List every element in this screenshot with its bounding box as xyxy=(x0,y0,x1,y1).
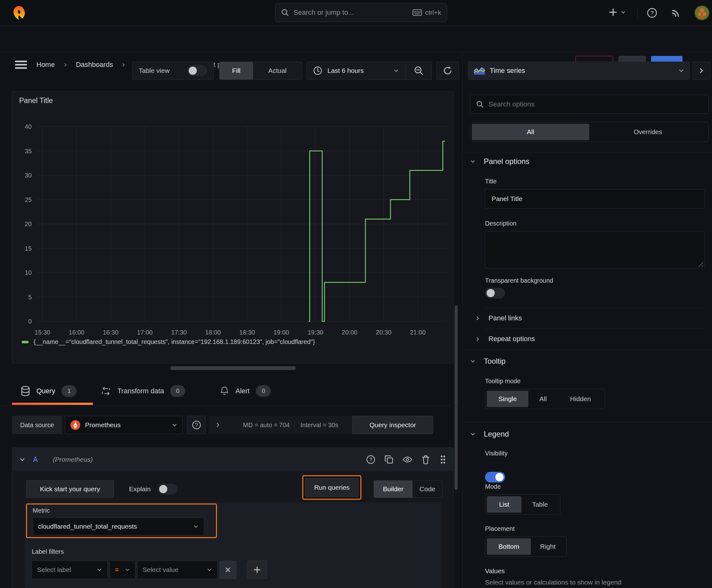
query-help-button[interactable]: ? xyxy=(362,455,380,464)
query-ref-id[interactable]: A xyxy=(33,456,38,464)
user-avatar[interactable] xyxy=(694,5,710,20)
breadcrumb-dashboards[interactable]: Dashboards xyxy=(76,61,113,69)
tab-all-options[interactable]: All xyxy=(472,124,589,140)
search-icon xyxy=(281,8,289,17)
options-search[interactable] xyxy=(470,95,709,114)
legend-placement-bottom[interactable]: Bottom xyxy=(487,538,531,555)
add-filter-button[interactable] xyxy=(247,561,267,579)
select-label-dropdown[interactable]: Select label xyxy=(32,561,108,579)
tab-query[interactable]: Query 1 xyxy=(21,385,77,397)
global-search[interactable]: ctrl+k xyxy=(275,3,447,22)
grafana-logo-icon[interactable] xyxy=(11,5,27,21)
resize-handle-icon[interactable] xyxy=(698,261,703,267)
svg-text:15: 15 xyxy=(25,245,32,252)
fill-option[interactable]: Fill xyxy=(219,62,253,80)
tab-alert[interactable]: Alert 0 xyxy=(220,385,271,397)
datasource-help-button[interactable]: ? xyxy=(187,416,206,434)
search-icon xyxy=(476,100,484,108)
help-button[interactable]: ? xyxy=(647,7,657,18)
legend-series-label: {__name__="cloudflared_tunnel_total_requ… xyxy=(34,338,315,345)
chevron-right-icon xyxy=(475,336,480,342)
plus-icon xyxy=(608,7,618,17)
chevron-down-icon[interactable] xyxy=(19,456,25,463)
table-view-control: Table view xyxy=(132,62,214,80)
metric-highlight: Metric cloudflared_tunnel_total_requests xyxy=(26,504,217,538)
search-input[interactable] xyxy=(294,8,408,17)
panel-links-label: Panel links xyxy=(489,314,522,322)
legend-visibility-toggle[interactable] xyxy=(485,472,505,482)
chart-legend-item[interactable]: {__name__="cloudflared_tunnel_total_requ… xyxy=(22,338,315,345)
svg-text:35: 35 xyxy=(25,148,32,154)
menu-toggle-button[interactable] xyxy=(15,58,28,71)
table-view-toggle[interactable] xyxy=(187,65,207,76)
tooltip-mode-single[interactable]: Single xyxy=(487,391,528,407)
bell-icon xyxy=(220,386,229,396)
viz-suggestions-button[interactable] xyxy=(693,62,710,80)
builder-option[interactable]: Builder xyxy=(374,481,412,498)
keyboard-icon xyxy=(412,9,422,16)
new-menu-button[interactable] xyxy=(608,7,626,17)
datasource-label: Data source xyxy=(20,422,54,429)
remove-filter-button[interactable] xyxy=(219,561,236,579)
metric-select[interactable]: cloudflared_tunnel_total_requests xyxy=(33,518,204,535)
panel-options-header[interactable]: Panel options xyxy=(470,157,529,166)
horizontal-scrollbar[interactable] xyxy=(170,366,296,370)
tab-overrides[interactable]: Overrides xyxy=(589,124,707,140)
select-value-dropdown[interactable]: Select value xyxy=(137,561,218,579)
breadcrumb-home[interactable]: Home xyxy=(37,61,55,69)
tooltip-mode-hidden[interactable]: Hidden xyxy=(558,391,603,407)
database-icon xyxy=(21,386,30,396)
fill-actual-switch: Fill Actual xyxy=(219,62,302,80)
options-search-input[interactable] xyxy=(489,100,703,108)
legend-mode-label: Mode xyxy=(485,483,501,490)
svg-text:10: 10 xyxy=(25,269,32,276)
metric-value: cloudflared_tunnel_total_requests xyxy=(38,523,137,530)
panel-title-input[interactable] xyxy=(485,189,705,209)
metric-label: Metric xyxy=(33,507,50,514)
delete-query-button[interactable] xyxy=(417,455,434,464)
transparent-bg-toggle[interactable] xyxy=(485,288,505,298)
news-rss-button[interactable] xyxy=(671,7,681,18)
legend-mode-list[interactable]: List xyxy=(487,496,521,512)
chevron-right-icon xyxy=(475,316,480,321)
operator-dropdown[interactable]: = xyxy=(110,561,135,579)
datasource-picker[interactable]: Prometheus xyxy=(65,416,183,434)
description-textarea[interactable] xyxy=(485,231,705,268)
query-inspector-button[interactable]: Query inspector xyxy=(352,416,433,434)
pane-splitter[interactable] xyxy=(462,52,463,588)
svg-text:5: 5 xyxy=(28,294,32,300)
drag-handle[interactable] xyxy=(434,455,447,464)
zoom-out-button[interactable] xyxy=(406,62,432,80)
refresh-icon xyxy=(443,66,453,76)
query-row-header[interactable]: A (Prometheus) ? xyxy=(12,447,453,471)
time-controls: Last 6 hours xyxy=(306,62,432,80)
divider xyxy=(485,308,705,308)
hide-query-button[interactable] xyxy=(398,455,417,464)
code-option[interactable]: Code xyxy=(412,481,442,498)
legend-values-hint: Select values or calculations to show in… xyxy=(485,579,621,586)
svg-text:18:00: 18:00 xyxy=(205,329,221,336)
duplicate-query-button[interactable] xyxy=(380,455,398,464)
visualization-picker[interactable]: Time series xyxy=(468,62,690,80)
tooltip-header[interactable]: Tooltip xyxy=(470,357,505,365)
actual-option[interactable]: Actual xyxy=(253,62,302,80)
legend-mode-table[interactable]: Table xyxy=(521,496,559,512)
tab-transform[interactable]: Transform data 0 xyxy=(101,385,185,397)
repeat-options-header[interactable]: Repeat options xyxy=(475,331,705,348)
run-queries-button[interactable]: Run queries xyxy=(305,478,359,497)
plus-icon xyxy=(253,566,261,574)
tooltip-mode-all[interactable]: All xyxy=(528,391,558,407)
svg-text:19:30: 19:30 xyxy=(308,329,323,336)
chevron-right-icon[interactable] xyxy=(215,422,221,428)
chevron-down-icon xyxy=(620,9,626,15)
table-view-label: Table view xyxy=(139,67,170,75)
explain-toggle[interactable] xyxy=(157,484,178,495)
legend-placement-right[interactable]: Right xyxy=(531,538,565,555)
refresh-button[interactable] xyxy=(436,62,459,80)
visibility-label: Visibility xyxy=(485,450,508,457)
panel-links-header[interactable]: Panel links xyxy=(475,310,705,327)
legend-header[interactable]: Legend xyxy=(470,430,509,439)
kick-start-button[interactable]: Kick start your query xyxy=(26,480,114,498)
time-range-picker[interactable]: Last 6 hours xyxy=(307,62,405,80)
prometheus-icon xyxy=(70,420,81,430)
